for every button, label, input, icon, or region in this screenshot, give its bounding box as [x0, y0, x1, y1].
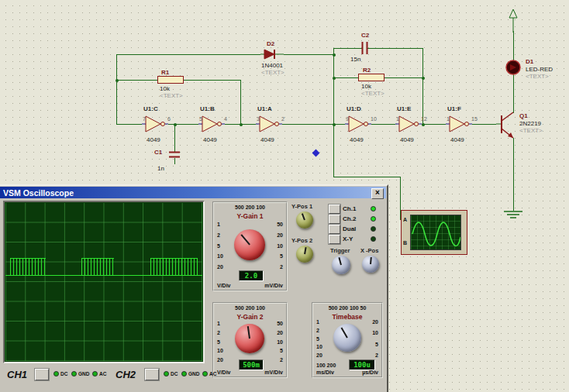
window-titlebar[interactable]: VSM Oscilloscope ×: [0, 187, 386, 198]
d2-ref: D2: [267, 41, 274, 47]
scale-num: 10: [316, 344, 322, 349]
pulse-burst: [150, 258, 198, 276]
ypos2-label: Y-Pos 2: [291, 237, 312, 244]
close-icon[interactable]: ×: [371, 188, 384, 199]
wire[interactable]: [513, 138, 514, 211]
d1-value: LED-RED: [526, 67, 553, 73]
ch1-gain-knob[interactable]: [234, 229, 265, 260]
inverter-symbol: [345, 115, 371, 133]
mode-label: Dual: [343, 225, 356, 232]
wire[interactable]: [282, 124, 345, 125]
scale-num: 2: [217, 330, 223, 335]
scale-num: 20: [277, 232, 283, 238]
mode-button-xy[interactable]: [329, 235, 340, 244]
scale-num: 1: [217, 321, 223, 326]
gate-pin-out: 15: [471, 116, 478, 122]
scale-num: 5: [316, 336, 322, 342]
scale-num: 2: [280, 357, 283, 363]
r1-value: 10k: [160, 86, 170, 92]
wire[interactable]: [116, 54, 117, 124]
wire[interactable]: [116, 124, 142, 125]
inverter-gate-U1E[interactable]: U1:E11124049: [395, 105, 429, 149]
wire[interactable]: [333, 77, 358, 78]
inverter-symbol: [142, 115, 168, 133]
wire[interactable]: [333, 177, 400, 177]
wire[interactable]: [116, 80, 157, 81]
ch2-gain-knob[interactable]: [235, 324, 264, 353]
d2-symbol[interactable]: [260, 48, 284, 60]
gate-ref: U1:B: [200, 105, 215, 112]
wire[interactable]: [513, 31, 514, 60]
scale-num: 5: [217, 339, 223, 345]
inverter-gate-U1B[interactable]: U1:B544049: [198, 105, 233, 149]
ypos2-knob[interactable]: [296, 246, 313, 263]
timebase-label: Timebase: [313, 313, 381, 321]
scale-num: 20: [277, 330, 283, 335]
wire[interactable]: [184, 80, 240, 81]
junction-dot: [240, 123, 243, 126]
wire[interactable]: [385, 77, 422, 78]
inverter-gate-U1C[interactable]: U1:C764049: [142, 105, 176, 149]
mode-button-ch1[interactable]: [329, 205, 340, 214]
wire[interactable]: [116, 54, 260, 55]
timebase-unit-us: µs/Div: [362, 370, 378, 375]
scale-num: 10: [217, 253, 223, 259]
junction-dot: [333, 53, 336, 57]
ch1-ac-indicator: AC: [92, 371, 106, 377]
c1-symbol[interactable]: [169, 150, 180, 160]
scale-num: 2: [316, 328, 322, 333]
ch2-coupling-button[interactable]: [145, 369, 159, 380]
oscilloscope-part[interactable]: A B: [401, 210, 467, 255]
ch2-ac-led: [202, 371, 208, 377]
c2-value: 15n: [350, 57, 360, 63]
screen-bezel: [3, 201, 205, 363]
mode-led: [371, 226, 376, 232]
ch2-gnd-indicator: GND: [181, 371, 199, 377]
scale-num: 50: [277, 321, 283, 326]
ypos1-knob[interactable]: [296, 211, 313, 229]
junction-dot: [333, 77, 336, 80]
mode-button-ch2[interactable]: [329, 215, 340, 224]
r1-symbol[interactable]: [157, 76, 184, 84]
inverter-gate-U1A[interactable]: U1:A324049: [256, 105, 290, 149]
power-arrow-icon[interactable]: [508, 8, 519, 33]
inverter-gate-U1D[interactable]: U1:D9104049: [345, 105, 379, 149]
gate-ref: U1:D: [347, 105, 361, 112]
gate-value: 4049: [203, 136, 217, 143]
gate-ref: U1:F: [447, 105, 461, 112]
scale-num: 50: [277, 222, 283, 227]
wire[interactable]: [513, 74, 514, 113]
ground-symbol[interactable]: [502, 211, 524, 220]
ch1-coupling-button[interactable]: [35, 369, 49, 380]
mode-button-dual[interactable]: [329, 225, 340, 234]
trigger-knob[interactable]: [332, 256, 350, 274]
ch1-ac-led: [92, 371, 98, 377]
c2-ref: C2: [361, 33, 369, 39]
inverter-gate-U1F[interactable]: U1:F14154049: [446, 105, 480, 149]
ch2-gnd-led: [181, 371, 187, 377]
pulse-burst: [81, 258, 114, 276]
timebase-knob[interactable]: [333, 324, 361, 352]
wire[interactable]: [240, 80, 241, 124]
timebase-value: 100u: [349, 359, 375, 370]
mode-led: [371, 216, 376, 222]
ch2-dc-led: [164, 371, 169, 377]
inverter-symbol: [446, 115, 472, 133]
gate-value: 4049: [450, 136, 464, 143]
scale-num: 2: [375, 352, 378, 358]
trigger-label: Trigger: [330, 247, 350, 254]
ch1-dc-led: [53, 371, 59, 377]
wire[interactable]: [367, 48, 422, 49]
gate-value: 4049: [147, 136, 160, 143]
d1-text: <TEXT>: [526, 74, 549, 80]
c1-ref: C1: [154, 150, 162, 156]
r2-symbol[interactable]: [358, 74, 385, 81]
oscilloscope-screen: [5, 203, 202, 361]
q1-symbol[interactable]: [496, 108, 516, 144]
d1-led-symbol[interactable]: [504, 57, 522, 76]
wire[interactable]: [333, 48, 334, 177]
junction-dot: [422, 77, 425, 80]
xpos-knob[interactable]: [362, 256, 379, 273]
c2-symbol[interactable]: [358, 42, 372, 54]
wire[interactable]: [284, 54, 333, 55]
